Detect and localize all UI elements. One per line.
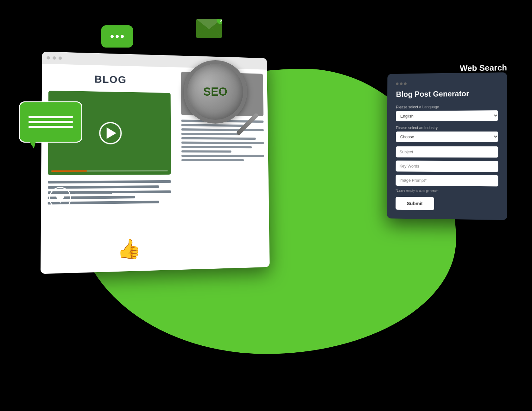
chat-line-1 — [28, 116, 73, 118]
small-chat-bubble — [101, 25, 133, 48]
sidebar-line-8 — [181, 150, 231, 152]
play-triangle-icon — [107, 127, 117, 139]
bubble-dot-2 — [116, 35, 119, 38]
scene: BLOG — [0, 0, 532, 411]
video-progress-fill — [51, 170, 87, 172]
blog-post-generator-title: Blog Post Generator — [396, 89, 498, 99]
text-line-1 — [48, 180, 171, 183]
heart-icon: ♥ — [49, 187, 71, 209]
chat-bubble-left — [19, 101, 82, 143]
magnifier: SEO — [184, 60, 266, 143]
panel-dot-2 — [400, 82, 402, 85]
subject-input[interactable] — [396, 146, 498, 157]
keywords-input[interactable] — [396, 161, 498, 172]
sidebar-line-10 — [181, 159, 244, 161]
panel-dots — [396, 81, 498, 85]
bubble-dot-1 — [111, 35, 114, 38]
web-search-label: Web Search — [460, 63, 507, 73]
seo-panel: Web Search Blog Post Generator Please se… — [387, 72, 507, 220]
play-button[interactable] — [99, 122, 122, 144]
image-prompt-input[interactable] — [396, 175, 498, 186]
thumbs-up-symbol: 👍 — [117, 238, 141, 260]
panel-dot-3 — [404, 82, 407, 85]
chat-line-2 — [28, 121, 73, 123]
industry-label: Please select an Industry — [396, 125, 498, 130]
browser-dot-2 — [53, 56, 56, 60]
bubble-dot-3 — [121, 35, 124, 38]
browser-dot-3 — [59, 56, 62, 60]
submit-button[interactable]: Submit — [396, 197, 434, 210]
auto-note: *Leave empty to auto generate — [396, 189, 498, 193]
email-icon: 3 — [196, 19, 222, 38]
sidebar-line-9 — [181, 155, 264, 157]
video-progress-bar — [51, 170, 168, 172]
language-label: Please select a Language — [396, 104, 498, 109]
browser-dot-1 — [47, 56, 50, 59]
magnifier-circle: SEO — [184, 60, 247, 124]
heart-symbol: ♥ — [55, 189, 65, 207]
chat-line-3 — [28, 126, 73, 128]
email-envelope: 3 — [196, 19, 222, 38]
blog-title: BLOG — [48, 70, 171, 89]
industry-select[interactable]: Choose Technology Health Finance — [396, 132, 498, 142]
sidebar-line-7 — [181, 146, 252, 148]
blog-main-content: BLOG — [41, 64, 178, 274]
magnifier-handle — [236, 112, 259, 136]
thumbs-up-icon: 👍 — [117, 238, 141, 260]
panel-dot-1 — [396, 82, 399, 85]
seo-text: SEO — [203, 85, 227, 99]
language-select[interactable]: English French Spanish German — [396, 110, 498, 121]
